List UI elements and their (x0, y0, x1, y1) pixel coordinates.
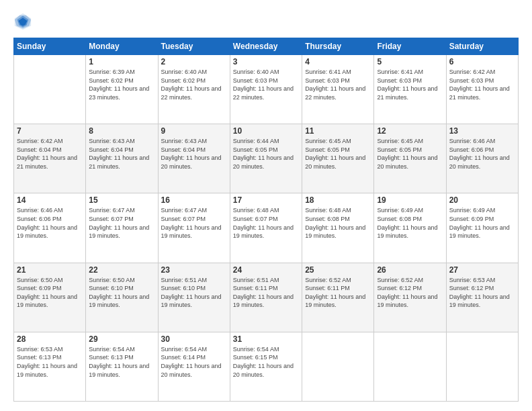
day-info: Sunrise: 6:47 AM Sunset: 6:07 PM Dayligh… (89, 206, 154, 240)
day-number: 15 (89, 195, 154, 205)
calendar-cell: 15Sunrise: 6:47 AM Sunset: 6:07 PM Dayli… (86, 193, 158, 263)
day-info: Sunrise: 6:54 AM Sunset: 6:15 PM Dayligh… (233, 345, 299, 379)
calendar-cell: 9Sunrise: 6:43 AM Sunset: 6:04 PM Daylig… (158, 124, 230, 193)
calendar-cell: 2Sunrise: 6:40 AM Sunset: 6:02 PM Daylig… (158, 55, 230, 124)
day-info: Sunrise: 6:44 AM Sunset: 6:05 PM Dayligh… (233, 137, 299, 171)
page: SundayMondayTuesdayWednesdayThursdayFrid… (0, 0, 532, 411)
calendar-cell: 22Sunrise: 6:50 AM Sunset: 6:10 PM Dayli… (86, 263, 158, 332)
day-info: Sunrise: 6:42 AM Sunset: 6:03 PM Dayligh… (449, 68, 515, 101)
calendar-cell: 8Sunrise: 6:43 AM Sunset: 6:04 PM Daylig… (86, 124, 158, 193)
day-number: 2 (161, 57, 227, 66)
day-info: Sunrise: 6:50 AM Sunset: 6:09 PM Dayligh… (17, 276, 83, 310)
calendar-cell: 20Sunrise: 6:49 AM Sunset: 6:09 PM Dayli… (446, 193, 518, 263)
day-number: 6 (449, 57, 515, 66)
weekday-header-tuesday: Tuesday (158, 38, 230, 55)
calendar-cell (14, 55, 86, 124)
day-info: Sunrise: 6:39 AM Sunset: 6:02 PM Dayligh… (89, 68, 154, 101)
calendar-cell: 21Sunrise: 6:50 AM Sunset: 6:09 PM Dayli… (14, 263, 86, 332)
day-info: Sunrise: 6:46 AM Sunset: 6:06 PM Dayligh… (17, 206, 83, 240)
logo-icon (13, 12, 32, 31)
day-info: Sunrise: 6:48 AM Sunset: 6:08 PM Dayligh… (305, 206, 371, 240)
day-info: Sunrise: 6:51 AM Sunset: 6:10 PM Dayligh… (161, 276, 227, 310)
weekday-header-monday: Monday (86, 38, 158, 55)
calendar-cell: 5Sunrise: 6:41 AM Sunset: 6:03 PM Daylig… (374, 55, 446, 124)
day-info: Sunrise: 6:54 AM Sunset: 6:13 PM Dayligh… (89, 345, 154, 379)
calendar-cell: 12Sunrise: 6:45 AM Sunset: 6:05 PM Dayli… (374, 124, 446, 193)
calendar-cell: 7Sunrise: 6:42 AM Sunset: 6:04 PM Daylig… (14, 124, 86, 193)
day-number: 13 (449, 126, 515, 136)
week-row-2: 7Sunrise: 6:42 AM Sunset: 6:04 PM Daylig… (14, 124, 519, 193)
calendar-cell: 13Sunrise: 6:46 AM Sunset: 6:06 PM Dayli… (446, 124, 518, 193)
day-info: Sunrise: 6:43 AM Sunset: 6:04 PM Dayligh… (161, 137, 227, 171)
day-info: Sunrise: 6:40 AM Sunset: 6:03 PM Dayligh… (233, 68, 299, 101)
day-number: 25 (305, 265, 371, 275)
day-number: 22 (89, 265, 154, 275)
calendar-cell: 19Sunrise: 6:49 AM Sunset: 6:08 PM Dayli… (374, 193, 446, 263)
day-number: 12 (377, 126, 443, 136)
calendar-cell: 30Sunrise: 6:54 AM Sunset: 6:14 PM Dayli… (158, 332, 230, 401)
day-info: Sunrise: 6:51 AM Sunset: 6:11 PM Dayligh… (233, 276, 299, 310)
day-number: 10 (233, 126, 299, 136)
calendar-cell: 25Sunrise: 6:52 AM Sunset: 6:11 PM Dayli… (302, 263, 374, 332)
day-info: Sunrise: 6:46 AM Sunset: 6:06 PM Dayligh… (449, 137, 515, 171)
day-info: Sunrise: 6:53 AM Sunset: 6:12 PM Dayligh… (449, 276, 515, 310)
week-row-5: 28Sunrise: 6:53 AM Sunset: 6:13 PM Dayli… (14, 332, 519, 401)
day-number: 23 (161, 265, 227, 275)
calendar-cell: 10Sunrise: 6:44 AM Sunset: 6:05 PM Dayli… (230, 124, 302, 193)
day-info: Sunrise: 6:54 AM Sunset: 6:14 PM Dayligh… (161, 345, 227, 379)
calendar-cell (446, 332, 518, 401)
calendar-cell: 3Sunrise: 6:40 AM Sunset: 6:03 PM Daylig… (230, 55, 302, 124)
day-number: 19 (377, 195, 443, 205)
day-number: 14 (17, 195, 83, 205)
weekday-header-saturday: Saturday (446, 38, 518, 55)
day-info: Sunrise: 6:42 AM Sunset: 6:04 PM Dayligh… (17, 137, 83, 171)
day-number: 7 (17, 126, 83, 136)
calendar-cell: 18Sunrise: 6:48 AM Sunset: 6:08 PM Dayli… (302, 193, 374, 263)
week-row-1: 1Sunrise: 6:39 AM Sunset: 6:02 PM Daylig… (14, 55, 519, 124)
weekday-header-friday: Friday (374, 38, 446, 55)
day-number: 16 (161, 195, 227, 205)
day-info: Sunrise: 6:52 AM Sunset: 6:12 PM Dayligh… (377, 276, 443, 310)
day-info: Sunrise: 6:41 AM Sunset: 6:03 PM Dayligh… (377, 68, 443, 101)
day-info: Sunrise: 6:49 AM Sunset: 6:08 PM Dayligh… (377, 206, 443, 240)
day-info: Sunrise: 6:53 AM Sunset: 6:13 PM Dayligh… (17, 345, 83, 379)
day-number: 24 (233, 265, 299, 275)
weekday-header-sunday: Sunday (14, 38, 86, 55)
day-number: 30 (161, 334, 227, 344)
day-info: Sunrise: 6:45 AM Sunset: 6:05 PM Dayligh… (305, 137, 371, 171)
calendar-cell (302, 332, 374, 401)
calendar-cell: 28Sunrise: 6:53 AM Sunset: 6:13 PM Dayli… (14, 332, 86, 401)
calendar-cell (374, 332, 446, 401)
day-number: 29 (89, 334, 154, 344)
weekday-header-row: SundayMondayTuesdayWednesdayThursdayFrid… (14, 38, 519, 55)
day-number: 18 (305, 195, 371, 205)
day-info: Sunrise: 6:40 AM Sunset: 6:02 PM Dayligh… (161, 68, 227, 101)
day-number: 26 (377, 265, 443, 275)
calendar-cell: 27Sunrise: 6:53 AM Sunset: 6:12 PM Dayli… (446, 263, 518, 332)
day-number: 11 (305, 126, 371, 136)
day-number: 4 (305, 57, 371, 66)
day-info: Sunrise: 6:52 AM Sunset: 6:11 PM Dayligh… (305, 276, 371, 310)
day-info: Sunrise: 6:41 AM Sunset: 6:03 PM Dayligh… (305, 68, 371, 101)
day-info: Sunrise: 6:50 AM Sunset: 6:10 PM Dayligh… (89, 276, 154, 310)
week-row-4: 21Sunrise: 6:50 AM Sunset: 6:09 PM Dayli… (14, 263, 519, 332)
day-info: Sunrise: 6:49 AM Sunset: 6:09 PM Dayligh… (449, 206, 515, 240)
day-number: 1 (89, 57, 154, 66)
calendar-cell: 11Sunrise: 6:45 AM Sunset: 6:05 PM Dayli… (302, 124, 374, 193)
day-number: 28 (17, 334, 83, 344)
calendar-cell: 26Sunrise: 6:52 AM Sunset: 6:12 PM Dayli… (374, 263, 446, 332)
day-info: Sunrise: 6:48 AM Sunset: 6:07 PM Dayligh… (233, 206, 299, 240)
calendar-cell: 6Sunrise: 6:42 AM Sunset: 6:03 PM Daylig… (446, 55, 518, 124)
calendar-cell: 1Sunrise: 6:39 AM Sunset: 6:02 PM Daylig… (86, 55, 158, 124)
calendar-table: SundayMondayTuesdayWednesdayThursdayFrid… (13, 38, 519, 402)
calendar-cell: 4Sunrise: 6:41 AM Sunset: 6:03 PM Daylig… (302, 55, 374, 124)
weekday-header-thursday: Thursday (302, 38, 374, 55)
week-row-3: 14Sunrise: 6:46 AM Sunset: 6:06 PM Dayli… (14, 193, 519, 263)
day-number: 9 (161, 126, 227, 136)
calendar-cell: 16Sunrise: 6:47 AM Sunset: 6:07 PM Dayli… (158, 193, 230, 263)
day-number: 3 (233, 57, 299, 66)
day-info: Sunrise: 6:43 AM Sunset: 6:04 PM Dayligh… (89, 137, 154, 171)
calendar-cell: 31Sunrise: 6:54 AM Sunset: 6:15 PM Dayli… (230, 332, 302, 401)
calendar-cell: 23Sunrise: 6:51 AM Sunset: 6:10 PM Dayli… (158, 263, 230, 332)
day-info: Sunrise: 6:47 AM Sunset: 6:07 PM Dayligh… (161, 206, 227, 240)
